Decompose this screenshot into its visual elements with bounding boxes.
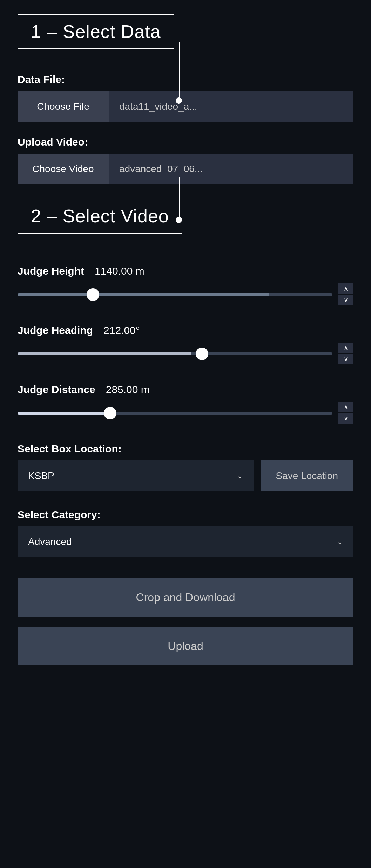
category-section: Select Category: Advanced ⌄: [18, 509, 353, 557]
save-location-button[interactable]: Save Location: [261, 460, 353, 491]
location-row: KSBP ⌄ Save Location: [18, 460, 353, 491]
upload-button[interactable]: Upload: [18, 627, 353, 665]
judge-height-increment[interactable]: ∧: [338, 283, 353, 294]
judge-height-slider[interactable]: [18, 293, 332, 296]
step2-title-block: 2 – Select Video: [18, 199, 353, 248]
judge-height-slider-wrapper: [18, 291, 332, 297]
judge-distance-header: Judge Distance 285.00 m: [18, 384, 353, 396]
step2-title: 2 – Select Video: [18, 199, 182, 234]
judge-height-spinner: ∧ ∨: [338, 283, 353, 305]
judge-distance-spinner: ∧ ∨: [338, 402, 353, 424]
judge-heading-value: 212.00°: [103, 324, 140, 336]
judge-distance-decrement[interactable]: ∨: [338, 413, 353, 424]
connector-dot-1: [176, 97, 182, 104]
judge-distance-label: Judge Distance: [18, 384, 95, 396]
judge-height-section: Judge Height 1140.00 m ∧ ∨: [18, 265, 353, 305]
judge-heading-row: ∧ ∨: [18, 343, 353, 364]
judge-height-value: 1140.00 m: [95, 265, 144, 277]
category-label: Select Category:: [18, 509, 353, 521]
judge-distance-increment[interactable]: ∧: [338, 402, 353, 412]
location-selected: KSBP: [28, 470, 54, 482]
box-location-section: Select Box Location: KSBP ⌄ Save Locatio…: [18, 443, 353, 491]
choose-file-button[interactable]: Choose File: [18, 91, 109, 122]
judge-height-label: Judge Height: [18, 265, 84, 277]
connector-dot-2: [176, 217, 182, 223]
video-file-name: advanced_07_06...: [109, 154, 353, 184]
category-selected: Advanced: [28, 536, 72, 547]
judge-heading-header: Judge Heading 212.00°: [18, 324, 353, 336]
data-file-row: Choose File data11_video_a...: [18, 91, 353, 122]
crop-and-download-button[interactable]: Crop and Download: [18, 578, 353, 617]
upload-video-section: Upload Video: Choose Video advanced_07_0…: [18, 136, 353, 248]
judge-distance-value: 285.00 m: [106, 384, 150, 396]
box-location-label: Select Box Location:: [18, 443, 353, 455]
judge-heading-label: Judge Heading: [18, 324, 93, 336]
judge-heading-slider-wrapper: [18, 350, 332, 357]
connector-line-1: [179, 42, 180, 98]
judge-height-header: Judge Height 1140.00 m: [18, 265, 353, 277]
judge-heading-section: Judge Heading 212.00° ∧ ∨: [18, 324, 353, 364]
step1-title-block: 1 – Select Data: [18, 14, 353, 63]
data-file-name: data11_video_a...: [109, 91, 353, 122]
upload-video-label: Upload Video:: [18, 136, 353, 148]
data-file-label: Data File:: [18, 74, 353, 86]
judge-heading-spinner: ∧ ∨: [338, 343, 353, 364]
connector-line-2: [179, 177, 180, 218]
step1-title: 1 – Select Data: [18, 14, 174, 49]
judge-distance-slider-wrapper: [18, 410, 332, 416]
judge-height-decrement[interactable]: ∨: [338, 295, 353, 305]
category-dropdown[interactable]: Advanced ⌄: [18, 526, 353, 557]
location-chevron-icon: ⌄: [237, 471, 243, 480]
choose-video-button[interactable]: Choose Video: [18, 154, 109, 184]
judge-heading-increment[interactable]: ∧: [338, 343, 353, 353]
judge-heading-decrement[interactable]: ∨: [338, 354, 353, 364]
judge-height-row: ∧ ∨: [18, 283, 353, 305]
data-file-section: Data File: Choose File data11_video_a...: [18, 74, 353, 122]
upload-video-row: Choose Video advanced_07_06...: [18, 154, 353, 184]
judge-distance-section: Judge Distance 285.00 m ∧ ∨: [18, 384, 353, 424]
judge-distance-slider[interactable]: [18, 412, 332, 415]
category-chevron-icon: ⌄: [337, 537, 343, 546]
judge-distance-row: ∧ ∨: [18, 402, 353, 424]
location-dropdown[interactable]: KSBP ⌄: [18, 460, 254, 491]
judge-heading-slider[interactable]: [18, 352, 332, 355]
